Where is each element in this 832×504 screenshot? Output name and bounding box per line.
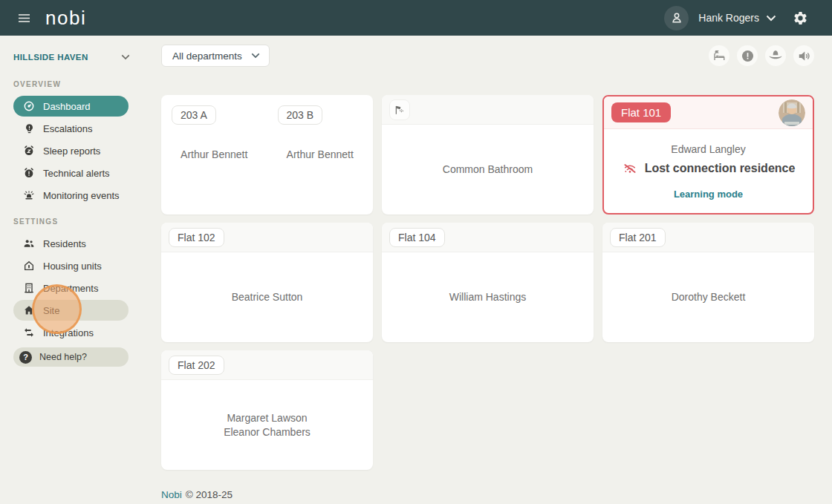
status-icon-group [709, 45, 814, 66]
user-name[interactable]: Hank Rogers [698, 12, 759, 24]
nobi-logo: nobi [45, 7, 86, 30]
sidebar-item-label: Housing units [43, 261, 102, 272]
card-header: Flat 101 [604, 96, 813, 129]
resident-name: Margaret Lawson [227, 411, 307, 425]
unit-card-flat-201[interactable]: Flat 201 Dorothy Beckett [602, 223, 814, 342]
settings-gear-icon[interactable] [793, 10, 808, 26]
question-mark-icon: ? [19, 351, 32, 364]
resident-name: Arthur Bennett [181, 148, 247, 162]
resident-name: Arthur Bennett [287, 148, 354, 162]
room-badge: Flat 102 [169, 228, 224, 247]
footer: Nobi © 2018-25 [161, 489, 814, 500]
department-filter-value: All departments [172, 50, 242, 62]
unit-card-flat-101[interactable]: Flat 101 Edward Langley Lost connection … [602, 95, 814, 215]
department-filter-select[interactable]: All departments [161, 45, 270, 67]
room-badge: Flat 202 [169, 356, 224, 375]
toolbar: All departments [161, 45, 814, 67]
sidebar-item-escalations[interactable]: Escalations [13, 118, 129, 139]
footer-copyright: © 2018-25 [186, 489, 233, 500]
sidebar-item-label: Technical alerts [43, 168, 110, 179]
sidebar-item-departments[interactable]: Departments [13, 278, 129, 298]
room-badge: Flat 104 [389, 228, 445, 247]
card-header: Flat 201 [602, 223, 814, 252]
sidebar-item-technical-alerts[interactable]: Technical alerts [13, 163, 129, 183]
need-help-button[interactable]: ? Need help? [13, 347, 129, 367]
sidebar-item-housing-units[interactable]: Housing units [13, 255, 129, 276]
unit-name: Common Bathroom [443, 163, 533, 177]
card-header: Flat 102 [161, 223, 373, 252]
user-avatar[interactable] [664, 6, 689, 30]
swap-arrows-icon [23, 327, 35, 338]
sidebar-item-integrations[interactable]: Integrations [13, 322, 129, 343]
settings-section-label: SETTINGS [0, 217, 146, 226]
sidebar-item-label: Escalations [43, 123, 92, 134]
user-menu-chevron-icon[interactable] [766, 15, 776, 22]
sidebar-item-dashboard[interactable]: Dashboard [13, 96, 129, 117]
building-icon [23, 282, 35, 294]
sidebar-item-sleep-reports[interactable]: Sleep reports [13, 140, 129, 161]
resident-name: Eleanor Chambers [224, 425, 311, 439]
unit-card-common-bathroom[interactable]: Common Bathroom [382, 95, 594, 215]
alert-status-text: Lost connection residence [645, 162, 796, 175]
sidebar-item-monitoring-events[interactable]: Monitoring events [13, 185, 129, 206]
learning-mode-link[interactable]: Learning mode [674, 189, 743, 200]
unit-card-flat-104[interactable]: Flat 104 William Hastings [382, 223, 594, 342]
chevron-down-icon [251, 53, 260, 59]
sidebar-item-label: Dashboard [43, 101, 91, 112]
hamburger-menu-icon[interactable] [19, 12, 30, 24]
sidebar-item-label: Residents [43, 238, 86, 249]
card-header [382, 95, 594, 125]
sidebar-item-residents[interactable]: Residents [13, 233, 129, 254]
unit-card-grid: 203 A Arthur Bennett 203 B Arthur Bennet… [161, 95, 814, 470]
alert-status: Lost connection residence [622, 161, 796, 176]
unit-card-flat-202[interactable]: Flat 202 Margaret Lawson Eleanor Chamber… [161, 350, 373, 470]
sidebar-item-label: Site [43, 305, 59, 316]
room-badge: 203 A [172, 105, 216, 125]
dashboard-speedometer-icon [23, 100, 35, 112]
sidebar-item-label: Sleep reports [43, 145, 100, 157]
room-badge-alert: Flat 101 [611, 102, 671, 122]
need-help-label: Need help? [39, 352, 87, 362]
siren-icon [23, 189, 35, 201]
shower-icon [389, 99, 410, 120]
house-icon [23, 304, 35, 316]
escalation-bulb-icon [23, 122, 35, 134]
overview-section-label: OVERVIEW [0, 80, 146, 88]
site-selector[interactable]: HILLSIDE HAVEN [0, 46, 146, 68]
room-badge: Flat 201 [610, 228, 666, 247]
unit-card-flat-102[interactable]: Flat 102 Beatrice Sutton [161, 223, 373, 342]
sleep-clock-icon [23, 145, 35, 157]
resident-name: Dorothy Beckett [672, 290, 746, 304]
footer-brand-link[interactable]: Nobi [161, 489, 182, 500]
room-203b[interactable]: 203 B Arthur Bennett [267, 95, 374, 215]
resident-name: Beatrice Sutton [232, 290, 303, 304]
topbar: nobi Hank Rogers [0, 0, 832, 36]
alert-clock-icon [23, 167, 35, 179]
card-header: Flat 104 [382, 223, 594, 252]
sidebar-item-label: Departments [43, 283, 98, 294]
resident-name: Edward Langley [671, 143, 745, 157]
site-selector-label: HILLSIDE HAVEN [13, 53, 88, 62]
sidebar: HILLSIDE HAVEN OVERVIEW Dashboard Escala… [0, 36, 146, 504]
alert-circle-icon[interactable] [737, 45, 758, 66]
card-header: Flat 202 [161, 350, 373, 380]
sidebar-item-site[interactable]: Site [13, 300, 129, 321]
unit-card-203[interactable]: 203 A Arthur Bennett 203 B Arthur Bennet… [161, 95, 373, 215]
room-203a[interactable]: 203 A Arthur Bennett [161, 95, 267, 215]
sidebar-item-label: Monitoring events [43, 190, 120, 201]
chevron-down-icon [121, 54, 130, 60]
sidebar-item-label: Integrations [43, 327, 94, 338]
room-badge: 203 B [278, 105, 323, 125]
wifi-off-icon [622, 161, 638, 176]
resident-name: William Hastings [449, 290, 526, 304]
bed-flag-icon[interactable] [709, 45, 729, 66]
house-keyhole-icon [23, 260, 35, 272]
people-icon [23, 238, 35, 249]
main-content: All departments 203 A Arthur [146, 36, 832, 504]
speaker-icon[interactable] [793, 45, 814, 66]
hat-icon[interactable] [765, 45, 786, 66]
resident-avatar[interactable] [779, 99, 805, 126]
